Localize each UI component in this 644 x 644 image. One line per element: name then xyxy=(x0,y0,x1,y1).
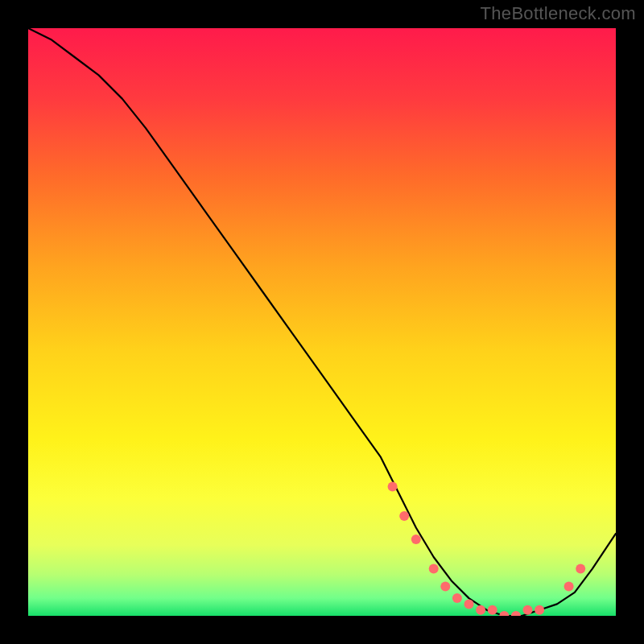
chart-svg xyxy=(28,28,616,616)
highlight-point xyxy=(411,535,421,544)
highlight-point xyxy=(388,481,398,491)
highlight-point xyxy=(452,593,462,603)
gradient-background xyxy=(28,28,616,616)
watermark-text: TheBottleneck.com xyxy=(481,3,636,24)
highlight-point xyxy=(429,564,439,574)
plot-area xyxy=(28,28,616,616)
highlight-point xyxy=(523,605,533,615)
highlight-point xyxy=(488,605,497,615)
chart-frame: TheBottleneck.com xyxy=(0,0,644,644)
highlight-point xyxy=(476,605,485,615)
highlight-point xyxy=(440,582,450,592)
plot-outer xyxy=(24,24,620,620)
highlight-point xyxy=(564,582,574,592)
highlight-point xyxy=(464,599,474,609)
highlight-point xyxy=(576,564,585,574)
highlight-point xyxy=(535,605,544,615)
highlight-point xyxy=(399,511,409,521)
